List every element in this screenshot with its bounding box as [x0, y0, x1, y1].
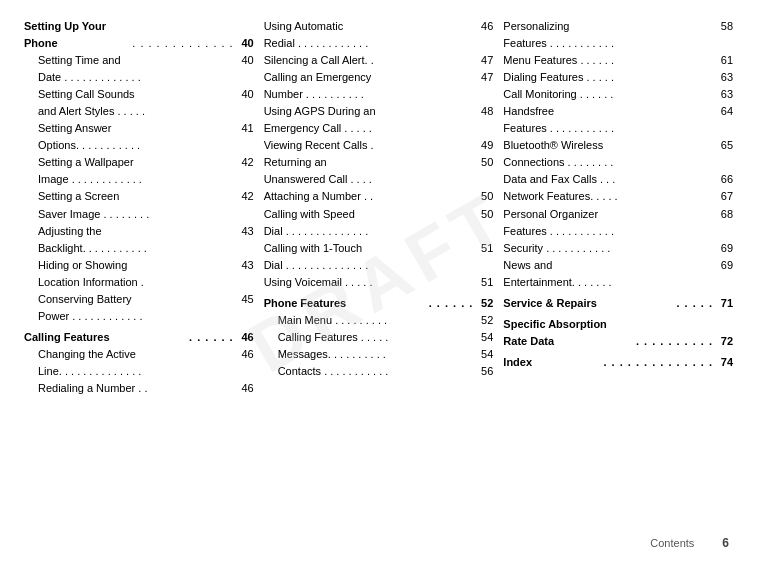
call-monitoring-page: 63 [715, 86, 733, 103]
toc-emergency-number: Calling an EmergencyNumber . . . . . . .… [264, 69, 494, 103]
personalizing-page: 58 [715, 18, 733, 52]
network-features-label: Network Features. . . . . [503, 188, 715, 205]
page: DRAFT Setting Up Your Phone . . . . . . … [0, 0, 757, 564]
content-area: Setting Up Your Phone . . . . . . . . . … [24, 18, 733, 546]
service-repairs-label: Service & Repairs [503, 295, 674, 312]
bluetooth-page: 65 [715, 137, 733, 171]
emergency-number-page: 47 [475, 69, 493, 103]
toc-security: Security . . . . . . . . . . . 69 [503, 240, 733, 257]
phone-features-page: 52 [475, 295, 493, 312]
index-page: 74 [715, 354, 733, 371]
backlight-page: 43 [236, 223, 254, 257]
toc-dialing-features: Dialing Features . . . . . 63 [503, 69, 733, 86]
battery-label: Conserving BatteryPower . . . . . . . . … [38, 291, 236, 325]
auto-redial-label: Using AutomaticRedial . . . . . . . . . … [264, 18, 476, 52]
wallpaper-label: Setting a WallpaperImage . . . . . . . .… [38, 154, 236, 188]
silence-alert-page: 47 [475, 52, 493, 69]
redial-page: 46 [236, 380, 254, 397]
section-index: Index . . . . . . . . . . . . . . 74 [503, 354, 733, 371]
answer-options-label: Setting AnswerOptions. . . . . . . . . .… [38, 120, 236, 154]
data-fax-page: 66 [715, 171, 733, 188]
header-calling: Calling Features . . . . . . 46 [24, 329, 254, 346]
toc-call-monitoring: Call Monitoring . . . . . . 63 [503, 86, 733, 103]
section-phone-features: Phone Features . . . . . . 52 Main Menu … [264, 295, 494, 380]
toc-contacts: Contacts . . . . . . . . . . . 56 [264, 363, 494, 380]
agps-label: Using AGPS During anEmergency Call . . .… [264, 103, 476, 137]
toc-handsfree: HandsfreeFeatures . . . . . . . . . . . … [503, 103, 733, 137]
toc-backlight: Adjusting theBacklight. . . . . . . . . … [24, 223, 254, 257]
column-3: PersonalizingFeatures . . . . . . . . . … [503, 18, 733, 546]
sar-rate-label: Rate Data [503, 333, 634, 350]
agps-page: 48 [475, 103, 493, 137]
phone-label: Phone [24, 35, 130, 52]
footer: Contents 6 [650, 536, 729, 550]
sar-rate-dots: . . . . . . . . . . [634, 333, 715, 350]
section-sar: Specific Absorption Rate Data . . . . . … [503, 316, 733, 350]
call-monitoring-label: Call Monitoring . . . . . . [503, 86, 715, 103]
toc-silence-alert: Silencing a Call Alert. . 47 [264, 52, 494, 69]
personal-organizer-page: 68 [715, 206, 733, 240]
attach-number-label: Attaching a Number . . [264, 188, 476, 205]
backlight-label: Adjusting theBacklight. . . . . . . . . … [38, 223, 236, 257]
main-menu-label: Main Menu . . . . . . . . . [278, 312, 476, 329]
messages-page: 54 [475, 346, 493, 363]
security-page: 69 [715, 240, 733, 257]
toc-screen-saver: Setting a ScreenSaver Image . . . . . . … [24, 188, 254, 222]
column-1: Setting Up Your Phone . . . . . . . . . … [24, 18, 264, 546]
phone-features-dots: . . . . . . [427, 295, 476, 312]
contacts-label: Contacts . . . . . . . . . . . [278, 363, 476, 380]
time-date-page: 40 [236, 52, 254, 86]
calling-features-dots: . . . . . . [187, 329, 236, 346]
toc-voicemail: Using Voicemail . . . . . 51 [264, 274, 494, 291]
footer-page-number: 6 [722, 536, 729, 550]
one-touch-dial-label: Calling with 1-TouchDial . . . . . . . .… [264, 240, 476, 274]
toc-personalizing: PersonalizingFeatures . . . . . . . . . … [503, 18, 733, 52]
phone-dots: . . . . . . . . . . . . . [130, 35, 235, 52]
security-label: Security . . . . . . . . . . . [503, 240, 715, 257]
toc-auto-redial: Using AutomaticRedial . . . . . . . . . … [264, 18, 494, 52]
hiding-showing-label: Hiding or ShowingLocation Information . [38, 257, 236, 291]
wallpaper-page: 42 [236, 154, 254, 188]
toc-one-touch-dial: Calling with 1-TouchDial . . . . . . . .… [264, 240, 494, 274]
active-line-page: 46 [236, 346, 254, 380]
toc-attach-number: Attaching a Number . . 50 [264, 188, 494, 205]
toc-network-features: Network Features. . . . . 67 [503, 188, 733, 205]
contacts-page: 56 [475, 363, 493, 380]
index-dots: . . . . . . . . . . . . . . [601, 354, 715, 371]
data-fax-label: Data and Fax Calls . . . [503, 171, 715, 188]
redial-label: Redialing a Number . . [38, 380, 236, 397]
sar-label: Specific Absorption [503, 316, 733, 333]
calling-features-sub-label: Calling Features . . . . . [278, 329, 476, 346]
time-date-label: Setting Time andDate . . . . . . . . . .… [38, 52, 236, 86]
section-setup: Setting Up Your Phone . . . . . . . . . … [24, 18, 254, 325]
header-sar-rate: Rate Data . . . . . . . . . . 72 [503, 333, 733, 350]
active-line-label: Changing the ActiveLine. . . . . . . . .… [38, 346, 236, 380]
messages-label: Messages. . . . . . . . . . [278, 346, 476, 363]
answer-options-page: 41 [236, 120, 254, 154]
header-setup: Setting Up Your [24, 18, 254, 35]
unanswered-page: 50 [475, 154, 493, 188]
dialing-features-page: 63 [715, 69, 733, 86]
battery-page: 45 [236, 291, 254, 325]
dialing-features-label: Dialing Features . . . . . [503, 69, 715, 86]
voicemail-page: 51 [475, 274, 493, 291]
toc-speed-dial: Calling with SpeedDial . . . . . . . . .… [264, 206, 494, 240]
header-index: Index . . . . . . . . . . . . . . 74 [503, 354, 733, 371]
unanswered-label: Returning anUnanswered Call . . . . [264, 154, 476, 188]
voicemail-label: Using Voicemail . . . . . [264, 274, 476, 291]
calling-features-label: Calling Features [24, 329, 187, 346]
calling-features-sub-page: 54 [475, 329, 493, 346]
network-features-page: 67 [715, 188, 733, 205]
screen-saver-label: Setting a ScreenSaver Image . . . . . . … [38, 188, 236, 222]
hiding-showing-page: 43 [236, 257, 254, 291]
service-repairs-page: 71 [715, 295, 733, 312]
toc-messages: Messages. . . . . . . . . . 54 [264, 346, 494, 363]
header-phone: Phone . . . . . . . . . . . . . 40 [24, 35, 254, 52]
toc-calling-features-sub: Calling Features . . . . . 54 [264, 329, 494, 346]
toc-battery: Conserving BatteryPower . . . . . . . . … [24, 291, 254, 325]
toc-call-sounds: Setting Call Soundsand Alert Styles . . … [24, 86, 254, 120]
toc-agps: Using AGPS During anEmergency Call . . .… [264, 103, 494, 137]
toc-main-menu: Main Menu . . . . . . . . . 52 [264, 312, 494, 329]
sar-rate-page: 72 [715, 333, 733, 350]
phone-page: 40 [236, 35, 254, 52]
